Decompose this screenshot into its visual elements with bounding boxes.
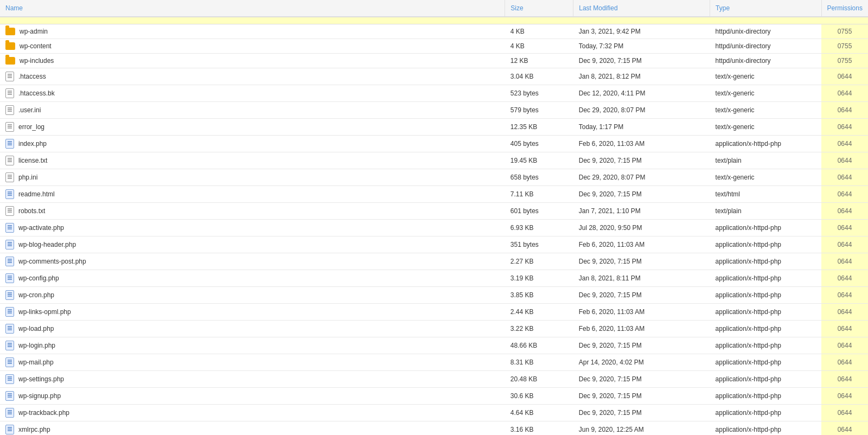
cell-modified: Dec 9, 2020, 7:15 PM [573,371,710,388]
table-row[interactable]: wp-comments-post.php 2.27 KB Dec 9, 2020… [0,253,868,270]
table-row[interactable]: license.txt 19.45 KB Dec 9, 2020, 7:15 P… [0,152,868,169]
table-row[interactable]: index.php 405 bytes Feb 6, 2020, 11:03 A… [0,136,868,152]
header-type[interactable]: Type [710,0,822,17]
cell-modified: Feb 6, 2020, 11:03 AM [573,136,710,152]
cell-type: application/x-httpd-php [710,236,822,253]
header-size[interactable]: Size [505,0,573,17]
cell-permissions: 0644 [821,152,868,169]
cell-modified: Jan 8, 2021, 8:11 PM [573,270,710,287]
cell-permissions: 0755 [821,24,868,39]
cell-type: application/x-httpd-php [710,136,822,152]
cell-type: application/x-httpd-php [710,405,822,421]
cell-size: 2.44 KB [505,304,573,321]
cell-size: 601 bytes [505,203,573,220]
file-name: wp-blog-header.php [18,241,76,248]
cell-type: application/x-httpd-php [710,220,822,236]
cell-permissions: 0644 [821,421,868,436]
table-row[interactable]: wp-includes 12 KB Dec 9, 2020, 7:15 PM h… [0,54,868,68]
table-row[interactable]: error_log 12.35 KB Today, 1:17 PM text/x… [0,119,868,136]
file-text-icon [5,72,14,81]
cell-size: 405 bytes [505,136,573,152]
file-php-icon [5,240,14,250]
table-row[interactable]: wp-trackback.php 4.64 KB Dec 9, 2020, 7:… [0,405,868,421]
file-text-icon [5,172,14,182]
cell-type: application/x-httpd-php [710,388,822,405]
file-php-icon [5,189,14,199]
file-name: readme.html [18,190,55,198]
table-row[interactable]: wp-activate.php 6.93 KB Jul 28, 2020, 9:… [0,220,868,236]
cell-name: .user.ini [0,102,505,119]
table-row[interactable]: .user.ini 579 bytes Dec 29, 2020, 8:07 P… [0,102,868,119]
table-row[interactable]: xmlrpc.php 3.16 KB Jun 9, 2020, 12:25 AM… [0,421,868,436]
cell-type: application/x-httpd-php [710,321,822,337]
cell-permissions: 0644 [821,203,868,220]
table-row[interactable]: wp-config.php 3.19 KB Jan 8, 2021, 8:11 … [0,270,868,287]
table-row[interactable]: wp-cron.php 3.85 KB Dec 9, 2020, 7:15 PM… [0,287,868,304]
cell-name: license.txt [0,152,505,169]
cell-type: text/x-generic [710,102,822,119]
file-text-icon [5,88,14,98]
cell-permissions: 0755 [821,39,868,54]
cell-size: 3.85 KB [505,287,573,304]
file-list-table: Name Size Last Modified Type Permissions… [0,0,868,435]
cell-permissions: 0644 [821,186,868,203]
table-row[interactable]: php.ini 658 bytes Dec 29, 2020, 8:07 PM … [0,169,868,186]
cell-type: text/html [710,186,822,203]
folder-icon [5,28,15,35]
table-row[interactable]: wp-settings.php 20.48 KB Dec 9, 2020, 7:… [0,371,868,388]
header-last-modified[interactable]: Last Modified [573,0,710,17]
cell-permissions: 0644 [821,253,868,270]
table-row[interactable]: readme.html 7.11 KB Dec 9, 2020, 7:15 PM… [0,186,868,203]
file-name: wp-settings.php [18,375,64,383]
table-row[interactable]: wp-signup.php 30.6 KB Dec 9, 2020, 7:15 … [0,388,868,405]
folder-icon [5,57,15,65]
table-row[interactable]: wp-load.php 3.22 KB Feb 6, 2020, 11:03 A… [0,321,868,337]
cell-permissions: 0755 [821,54,868,68]
file-php-icon [5,139,14,149]
table-row[interactable]: wp-blog-header.php 351 bytes Feb 6, 2020… [0,236,868,253]
file-php-icon [5,307,14,317]
cell-size: 523 bytes [505,85,573,102]
file-name: .htaccess [18,73,46,80]
cell-modified: Jun 9, 2020, 12:25 AM [573,421,710,436]
table-row[interactable]: wp-admin 4 KB Jan 3, 2021, 9:42 PM httpd… [0,24,868,39]
cell-modified: Dec 9, 2020, 7:15 PM [573,253,710,270]
header-name[interactable]: Name [0,0,505,17]
cell-name: wp-login.php [0,337,505,354]
cell-name: wp-comments-post.php [0,253,505,270]
table-row[interactable]: wp-content 4 KB Today, 7:32 PM httpd/uni… [0,39,868,54]
cell-size: 6.93 KB [505,220,573,236]
file-name: wp-links-opml.php [18,308,71,316]
cell-modified: Dec 9, 2020, 7:15 PM [573,186,710,203]
cell-size: 20.48 KB [505,371,573,388]
file-php-icon [5,341,14,350]
file-name: .user.ini [18,106,41,114]
file-php-icon [5,357,14,367]
cell-name: wp-blog-header.php [0,236,505,253]
file-name: robots.txt [18,207,45,215]
cell-size: 30.6 KB [505,388,573,405]
file-name: wp-trackback.php [18,409,69,417]
table-row[interactable]: .htaccess.bk 523 bytes Dec 12, 2020, 4:1… [0,85,868,102]
file-php-icon [5,374,14,384]
cell-type: application/x-httpd-php [710,354,822,371]
cell-modified: Feb 6, 2020, 11:03 AM [573,321,710,337]
table-row[interactable]: .htaccess 3.04 KB Jan 8, 2021, 8:12 PM t… [0,68,868,85]
cell-size: 4.64 KB [505,405,573,421]
file-php-icon [5,324,14,334]
file-name: wp-includes [20,57,54,65]
cell-modified: Dec 9, 2020, 7:15 PM [573,405,710,421]
cell-permissions: 0644 [821,337,868,354]
cell-modified: Apr 14, 2020, 4:02 PM [573,354,710,371]
table-row[interactable]: wp-login.php 48.66 KB Dec 9, 2020, 7:15 … [0,337,868,354]
table-row[interactable]: robots.txt 601 bytes Jan 7, 2021, 1:10 P… [0,203,868,220]
file-text-icon [5,156,14,165]
cell-permissions: 0644 [821,388,868,405]
table-row[interactable]: wp-mail.php 8.31 KB Apr 14, 2020, 4:02 P… [0,354,868,371]
cell-permissions: 0644 [821,321,868,337]
cell-name: wp-load.php [0,321,505,337]
cell-modified: Today, 7:32 PM [573,39,710,54]
header-permissions[interactable]: Permissions [821,0,868,17]
cell-size: 12 KB [505,54,573,68]
table-row[interactable]: wp-links-opml.php 2.44 KB Feb 6, 2020, 1… [0,304,868,321]
